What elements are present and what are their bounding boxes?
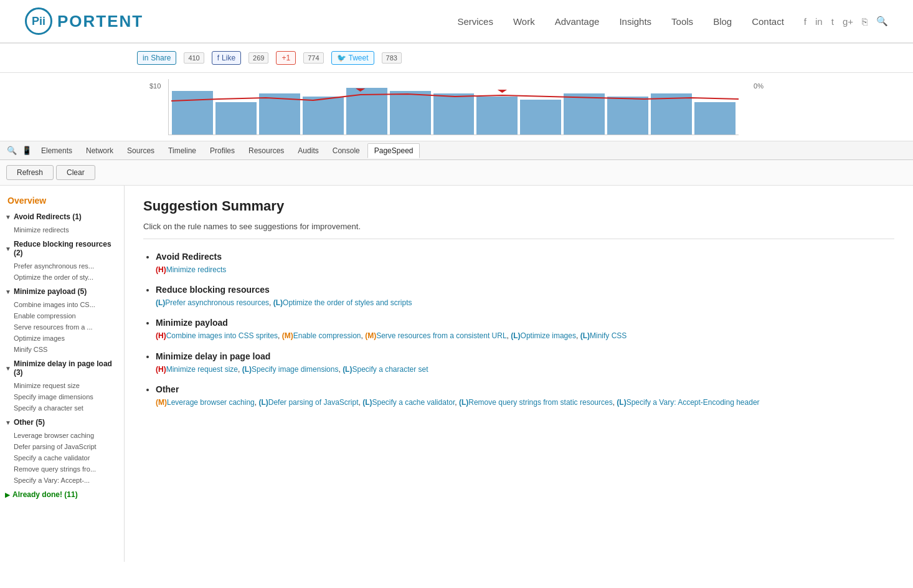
sidebar-item-enable-compression[interactable]: Enable compression [0, 310, 124, 321]
linkedin-count: 410 [184, 52, 204, 64]
nav-links: Services Work Advantage Insights Tools B… [457, 16, 783, 27]
facebook-like-label: Like [222, 54, 235, 62]
tab-profiles[interactable]: Profiles [204, 144, 241, 158]
sidebar-item-prefer-async[interactable]: Prefer asynchronous res... [0, 260, 124, 272]
other-title[interactable]: Other [156, 384, 894, 394]
nav-advantage[interactable]: Advantage [555, 16, 600, 27]
minimize-request-link[interactable]: Minimize request size [166, 365, 238, 374]
chart-bar [303, 97, 344, 135]
tab-timeline[interactable]: Timeline [162, 144, 202, 158]
linkedin-nav-icon[interactable]: in [815, 16, 823, 27]
twitter-tweet-button[interactable]: 🐦 Tweet [331, 51, 374, 65]
sidebar-item-minimize-request[interactable]: Minimize request size [0, 380, 124, 391]
reduce-blocking-sub: (L)Prefer asynchronous resources, (L)Opt… [156, 297, 894, 309]
sidebar-item-cache-validator[interactable]: Specify a cache validator [0, 452, 124, 463]
tab-console[interactable]: Console [326, 144, 366, 158]
sidebar-overview[interactable]: Overview [0, 192, 124, 209]
chart-bar [651, 93, 692, 135]
rss-nav-icon[interactable]: ⎘ [862, 16, 868, 27]
chart-bar [346, 88, 387, 135]
chart-bar [259, 93, 300, 135]
sidebar-item-optimize-order[interactable]: Optimize the order of sty... [0, 272, 124, 283]
specify-charset-link[interactable]: Specify a character set [352, 365, 428, 374]
logo-area[interactable]: Pii PORTENT [25, 7, 143, 35]
sidebar-item-defer-js[interactable]: Defer parsing of JavaScript [0, 441, 124, 452]
sidebar-item-specify-vary[interactable]: Specify a Vary: Accept-... [0, 475, 124, 486]
nav-blog[interactable]: Blog [713, 16, 732, 27]
sidebar-item-remove-query-strings[interactable]: Remove query strings fro... [0, 463, 124, 475]
clear-button[interactable]: Clear [56, 165, 95, 180]
sidebar-section-header-minimize-delay[interactable]: ▼ Minimize delay in page load (3) [0, 356, 124, 380]
remove-query-strings-link[interactable]: Remove query strings from static resourc… [468, 398, 612, 407]
sidebar-section-reduce-blocking: ▼ Reduce blocking resources (2) Prefer a… [0, 237, 124, 283]
tab-network[interactable]: Network [80, 144, 120, 158]
optimize-order-link[interactable]: Optimize the order of styles and scripts [283, 298, 412, 307]
nav-contact[interactable]: Contact [752, 16, 784, 27]
optimize-images-link[interactable]: Optimize images [521, 331, 576, 340]
sidebar-item-optimize-images[interactable]: Optimize images [0, 333, 124, 344]
tab-pagespeed[interactable]: PageSpeed [367, 143, 420, 158]
leverage-caching-link[interactable]: Leverage browser caching [167, 398, 255, 407]
sidebar-item-leverage-caching[interactable]: Leverage browser caching [0, 430, 124, 441]
priority-badge: (L) [258, 398, 268, 407]
chart-label-right: 0% [754, 82, 764, 90]
suggestion-subtitle: Click on the rule names to see suggestio… [143, 222, 894, 239]
twitter-nav-icon[interactable]: t [831, 16, 834, 27]
sidebar-item-combine-images[interactable]: Combine images into CS... [0, 299, 124, 310]
tab-resources[interactable]: Resources [242, 144, 290, 158]
main-layout: Overview ▼ Avoid Redirects (1) Minimize … [0, 186, 913, 562]
minify-css-link[interactable]: Minify CSS [590, 331, 627, 340]
suggestion-title: Suggestion Summary [143, 198, 894, 214]
sidebar-section-header-avoid-redirects[interactable]: ▼ Avoid Redirects (1) [0, 209, 124, 224]
enable-compression-link[interactable]: Enable compression [293, 331, 361, 340]
defer-js-link[interactable]: Defer parsing of JavaScript [268, 398, 359, 407]
arrow-icon: ▼ [5, 288, 11, 295]
minimize-delay-title[interactable]: Minimize delay in page load [156, 351, 894, 361]
avoid-redirects-title[interactable]: Avoid Redirects [156, 252, 894, 262]
sidebar-item-serve-resources[interactable]: Serve resources from a ... [0, 321, 124, 333]
twitter-count: 783 [382, 52, 402, 64]
minimize-payload-title[interactable]: Minimize payload [156, 318, 894, 328]
sidebar-item-minimize-redirects[interactable]: Minimize redirects [0, 224, 124, 235]
refresh-button[interactable]: Refresh [6, 165, 54, 180]
sidebar-item-minify-css[interactable]: Minify CSS [0, 344, 124, 355]
sidebar-section-header-other[interactable]: ▼ Other (5) [0, 415, 124, 430]
tab-sources[interactable]: Sources [121, 144, 161, 158]
chart-bar [607, 97, 648, 135]
tab-audits[interactable]: Audits [291, 144, 324, 158]
gplus-button[interactable]: +1 [276, 51, 296, 65]
nav-tools[interactable]: Tools [671, 16, 693, 27]
combine-images-link[interactable]: Combine images into CSS sprites [166, 331, 278, 340]
gplus-nav-icon[interactable]: g+ [843, 16, 853, 27]
nav-insights[interactable]: Insights [619, 16, 651, 27]
reduce-blocking-label: Reduce blocking resources (2) [14, 240, 119, 257]
sidebar-section-header-reduce-blocking[interactable]: ▼ Reduce blocking resources (2) [0, 237, 124, 260]
facebook-nav-icon[interactable]: f [804, 16, 807, 27]
devtools-mobile-icon[interactable]: 📱 [20, 144, 34, 158]
facebook-like-button[interactable]: f Like [212, 51, 241, 65]
specify-dimensions-link[interactable]: Specify image dimensions [252, 365, 338, 374]
devtools-search-icon[interactable]: 🔍 [5, 144, 19, 158]
arrow-icon: ▼ [5, 245, 11, 252]
priority-badge: (L) [580, 331, 590, 340]
nav-work[interactable]: Work [513, 16, 535, 27]
minimize-payload-sub: (H)Combine images into CSS sprites, (M)E… [156, 330, 894, 342]
sidebar-item-specify-dimensions[interactable]: Specify image dimensions [0, 391, 124, 402]
sidebar-item-specify-charset[interactable]: Specify a character set [0, 402, 124, 414]
sidebar-section-header-already-done[interactable]: ▶ Already done! (11) [0, 487, 124, 502]
cache-validator-link[interactable]: Specify a cache validator [372, 398, 455, 407]
specify-vary-link[interactable]: Specify a Vary: Accept-Encoding header [627, 398, 760, 407]
facebook-count: 269 [248, 52, 268, 64]
minimize-redirects-link[interactable]: Minimize redirects [166, 265, 227, 274]
reduce-blocking-title[interactable]: Reduce blocking resources [156, 285, 894, 295]
twitter-tweet-label: Tweet [349, 54, 369, 62]
prefer-async-link[interactable]: Prefer asynchronous resources [165, 298, 269, 307]
priority-badge: (H) [156, 331, 166, 340]
linkedin-share-button[interactable]: in Share [137, 51, 176, 65]
facebook-icon: f [217, 54, 219, 62]
tab-elements[interactable]: Elements [35, 144, 78, 158]
serve-resources-link[interactable]: Serve resources from a consistent URL [376, 331, 506, 340]
nav-services[interactable]: Services [457, 16, 493, 27]
search-nav-icon[interactable]: 🔍 [876, 16, 888, 27]
sidebar-section-header-minimize-payload[interactable]: ▼ Minimize payload (5) [0, 284, 124, 299]
